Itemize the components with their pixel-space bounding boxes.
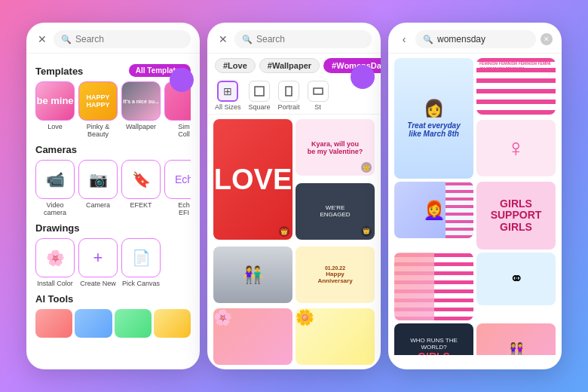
valentine-crown-badge: 👑 [361,162,372,173]
size-portrait[interactable]: Portrait [278,81,300,111]
search-clear-button[interactable]: ✕ [541,33,553,45]
engaged-text: WE'REENGAGED [320,204,350,218]
close-button[interactable]: ✕ [35,32,49,46]
ai-thumb-4[interactable] [154,309,191,338]
p3-girls-card[interactable]: GIRLSSUPPORTGIRLS [476,182,556,250]
phone-2: ✕ 🔍 #Love #Wallpaper #WomensDay ⊞ All Si… [207,23,381,369]
who-runs-text: WHO RUNS THE WORLD? [397,337,470,351]
drawings-grid: 🌸 Install Color + Create New 📄 Pick Canv… [35,238,191,287]
camera-item-video[interactable]: 📹 Videocamera [35,160,75,216]
phone2-close-button[interactable]: ✕ [216,32,230,46]
phone1-body: Templates All Templates be mine Love HAP… [26,54,200,361]
pg2-daisy-card[interactable]: 🌼 [296,308,375,365]
search-bar-phone2[interactable]: 🔍 [234,30,372,48]
p3-who-runs-card[interactable]: WHO RUNS THE WORLD? GIRLS [394,323,473,355]
svg-rect-0 [255,87,264,96]
size-square[interactable]: Square [249,81,271,111]
template-item-love[interactable]: be mine Love [35,81,75,138]
drawing-label-install: Install Color [37,280,73,287]
template-label-wallpaper: Wallpaper [126,123,156,130]
camera-label-efekt: EFEKT [130,201,152,209]
camera-label-camera: Camera [86,201,110,209]
p3-rings-card[interactable]: ⚭ [476,253,556,305]
girls-support-text: GIRLSSUPPORTGIRLS [491,198,542,233]
pg2-flowers-card[interactable]: 🌸 [213,308,292,365]
drawing-box-pick: 📄 [121,238,161,277]
drawing-item-install[interactable]: 🌸 Install Color [35,238,75,287]
template-item-pinky[interactable]: HAPPYHAPPY Pinky &Beauty [78,81,118,138]
drawing-label-pick: Pick Canvas [122,280,160,287]
camera-label-video: Videocamera [44,201,66,216]
engaged-crown-badge: 👑 [361,226,372,237]
camera-box-camera: 📷 [78,160,118,199]
p3-feminism-card[interactable]: FEMINISM FEMINISM FEMINISM FEMINISM FEMI… [476,58,556,115]
template-item-wallpaper[interactable]: It's a nice su... Wallpaper [121,81,161,138]
rings-icon: ⚭ [510,269,523,289]
pg2-couple-card[interactable]: 👫 [213,247,292,303]
drawing-item-create[interactable]: + Create New [78,238,118,287]
love-text: LOVE [214,165,292,194]
chip-wallpaper[interactable]: #Wallpaper [259,58,320,73]
st-label: St [314,103,321,111]
portrait-label: Portrait [278,103,300,111]
templates-title: Templates [35,66,83,77]
ai-thumb-3[interactable] [115,309,152,338]
search-input-phone2[interactable] [256,34,364,44]
template-thumb-wallpaper: It's a nice su... [121,81,161,121]
square-label: Square [249,103,271,111]
camera-box-efekt: 🔖 [121,160,161,199]
valentine-text: Kyara, will yoube my Valentine? [308,140,363,155]
drawing-item-pick[interactable]: 📄 Pick Canvas [121,238,161,287]
ai-thumb-2[interactable] [75,309,112,338]
search-bar-phone3[interactable]: 🔍 [415,30,536,48]
template-label-pinky: Pinky &Beauty [87,123,110,138]
template-thumb-pinky: HAPPYHAPPY [78,81,118,121]
square-icon [249,81,270,102]
search-input-phone3[interactable] [437,34,528,44]
drawings-title: Drawings [35,222,191,234]
venus-icon: ♀ [507,134,525,162]
phone3-search-icon: 🔍 [423,35,433,44]
camera-grid: 📹 Videocamera 📷 Camera 🔖 EFEKT Ech EchEF… [35,160,191,216]
camera-item-efekt[interactable]: 🔖 EFEKT [121,160,161,216]
search-bar-phone1[interactable]: 🔍 [54,30,191,48]
phone1-header: ✕ 🔍 [26,23,200,54]
size-all[interactable]: ⊞ All Sizes [215,81,241,111]
chip-love[interactable]: #Love [215,58,256,73]
drawing-box-install: 🌸 [35,238,75,277]
template-thumb-love: be mine [35,81,75,121]
treat-text: Treat everydaylike March 8th [407,121,460,138]
p3-treat-card[interactable]: 👩 Treat everydaylike March 8th [394,58,473,179]
pg2-love-card[interactable]: LOVE 👑 [213,119,292,240]
p3-woman-card[interactable]: 👩‍🦰 [394,182,473,238]
cameras-title: Cameras [35,144,191,155]
p3-feminism-tall-card[interactable] [394,253,473,320]
floating-circle-phone1 [170,68,194,92]
search-icon: 🔍 [61,35,72,44]
floating-circle-phone2 [351,65,375,89]
all-sizes-icon: ⊞ [217,81,238,102]
camera-box-ech: Ech [164,160,191,199]
phone2-photo-grid: LOVE 👑 Kyara, will yoube my Valentine? 👑… [207,115,381,369]
svg-rect-2 [314,88,323,94]
p3-photo-card[interactable]: 👭 [476,323,556,355]
size-st[interactable]: St [308,81,329,111]
pg2-anniversary-card[interactable]: 01.20.22 HappyAnniversary [296,247,375,303]
camera-item-ech[interactable]: Ech EchEFI [164,160,191,216]
svg-rect-1 [286,87,292,96]
pg2-valentine-card[interactable]: Kyara, will yoube my Valentine? 👑 [296,119,375,176]
camera-item-camera[interactable]: 📷 Camera [78,160,118,216]
st-icon [308,81,329,102]
phone3-grid: 👩 Treat everydaylike March 8th FEMINISM … [388,54,562,355]
templates-section-header: Templates All Templates [35,60,191,81]
template-label-sim: SimColl [178,123,190,138]
all-sizes-label: All Sizes [215,103,241,111]
search-input-phone1[interactable] [75,34,183,44]
pg2-engaged-card[interactable]: WE'REENGAGED 👑 [296,183,375,240]
ai-thumb-1[interactable] [35,309,72,338]
phone3-header: ‹ 🔍 ✕ [388,23,562,54]
template-grid: be mine Love HAPPYHAPPY Pinky &Beauty It… [35,81,191,138]
phone3-back-button[interactable]: ‹ [397,32,411,46]
portrait-icon [278,81,299,102]
p3-symbol-card[interactable]: ♀ [476,120,556,176]
